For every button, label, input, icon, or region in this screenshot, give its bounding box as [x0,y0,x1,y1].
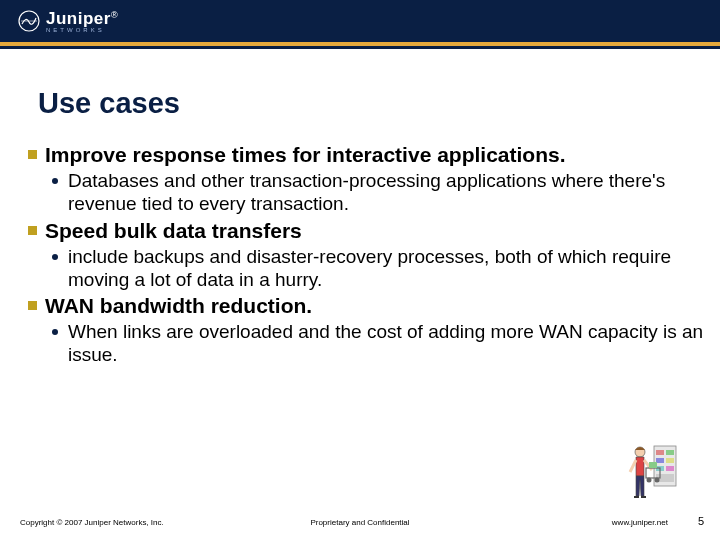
bullet-text: WAN bandwidth reduction. [45,293,312,318]
dot-bullet-icon [52,329,58,335]
square-bullet-icon [28,226,37,235]
logo-text: Juniper [46,9,111,28]
logo-mark-icon [18,10,40,32]
logo-text-block: Juniper® NETWORKS [46,9,118,33]
bullet-item: Improve response times for interactive a… [28,142,710,167]
registered-icon: ® [111,10,118,20]
sub-bullet-item: include backups and disaster-recovery pr… [52,245,710,291]
footer-confidential: Proprietary and Confidential [310,518,409,527]
svg-rect-6 [666,458,674,463]
sub-bullet-text: Databases and other transaction-processi… [68,169,710,215]
svg-rect-16 [649,462,657,468]
sub-bullet-item: Databases and other transaction-processi… [52,169,710,215]
square-bullet-icon [28,301,37,310]
bullet-text: Improve response times for interactive a… [45,142,566,167]
square-bullet-icon [28,150,37,159]
footer-copyright: Copyright © 2007 Juniper Networks, Inc. [20,518,164,527]
header-accent-blue [0,46,720,49]
slide-footer: Copyright © 2007 Juniper Networks, Inc. … [0,515,720,527]
svg-point-14 [647,478,652,483]
bullet-item: Speed bulk data transfers [28,218,710,243]
dot-bullet-icon [52,178,58,184]
slide-content: Improve response times for interactive a… [28,142,710,367]
svg-rect-3 [656,450,664,455]
page-number: 5 [698,515,704,527]
sub-bullet-text: When links are overloaded and the cost o… [68,320,710,366]
dot-bullet-icon [52,254,58,260]
juniper-logo: Juniper® NETWORKS [18,9,118,33]
svg-rect-5 [656,458,664,463]
svg-rect-8 [666,466,674,471]
bullet-item: WAN bandwidth reduction. [28,293,710,318]
svg-line-12 [630,460,636,472]
slide-header: Juniper® NETWORKS [0,0,720,42]
bullet-text: Speed bulk data transfers [45,218,302,243]
svg-point-15 [655,478,660,483]
sub-bullet-text: include backups and disaster-recovery pr… [68,245,710,291]
sub-bullet-item: When links are overloaded and the cost o… [52,320,710,366]
svg-rect-4 [666,450,674,455]
shopping-clipart-icon [626,440,680,506]
footer-right-block: www.juniper.net 5 [612,515,704,527]
footer-url: www.juniper.net [612,518,668,527]
slide-title: Use cases [38,87,720,120]
